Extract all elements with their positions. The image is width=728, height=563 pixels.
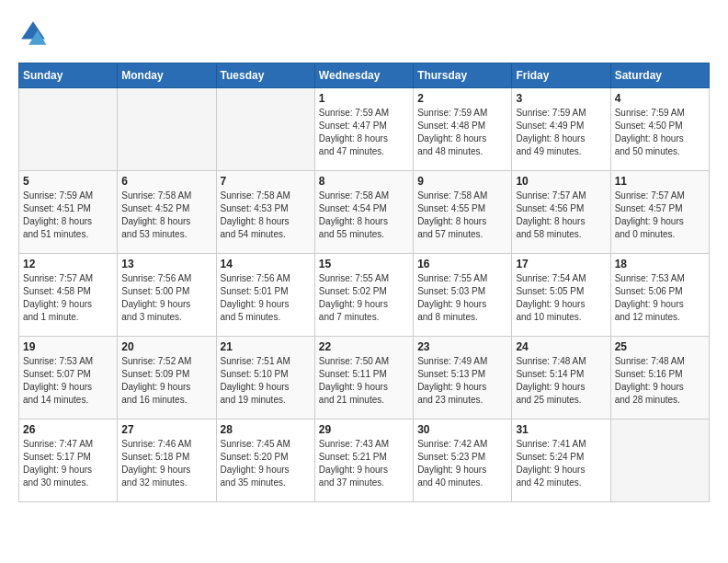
day-number: 28 [221,423,311,436]
calendar-cell: 10Sunrise: 7:57 AM Sunset: 4:56 PM Dayli… [512,171,610,254]
calendar-week-row: 1Sunrise: 7:59 AM Sunset: 4:47 PM Daylig… [19,88,710,171]
day-number: 22 [319,340,409,353]
day-number: 1 [319,92,409,105]
day-info: Sunrise: 7:48 AM Sunset: 5:16 PM Dayligh… [615,355,705,407]
day-number: 8 [319,175,409,188]
day-info: Sunrise: 7:45 AM Sunset: 5:20 PM Dayligh… [221,438,311,489]
weekday-header-thursday: Thursday [414,63,512,88]
calendar-cell: 12Sunrise: 7:57 AM Sunset: 4:58 PM Dayli… [19,254,118,337]
svg-marker-0 [21,21,45,39]
calendar-cell: 9Sunrise: 7:58 AM Sunset: 4:55 PM Daylig… [414,171,512,254]
calendar-cell: 17Sunrise: 7:54 AM Sunset: 5:05 PM Dayli… [512,254,610,337]
calendar-cell [216,88,314,171]
weekday-header-monday: Monday [118,63,216,88]
calendar-cell: 1Sunrise: 7:59 AM Sunset: 4:47 PM Daylig… [314,88,413,171]
day-number: 17 [516,258,606,270]
day-number: 4 [615,92,705,105]
weekday-header-tuesday: Tuesday [216,63,314,88]
day-number: 3 [516,92,606,105]
day-info: Sunrise: 7:56 AM Sunset: 5:01 PM Dayligh… [221,272,311,324]
day-info: Sunrise: 7:59 AM Sunset: 4:48 PM Dayligh… [417,107,507,158]
day-number: 25 [615,340,705,353]
day-number: 13 [121,258,211,270]
day-info: Sunrise: 7:58 AM Sunset: 4:53 PM Dayligh… [221,190,311,241]
calendar-cell: 28Sunrise: 7:45 AM Sunset: 5:20 PM Dayli… [216,419,314,502]
day-info: Sunrise: 7:57 AM Sunset: 4:57 PM Dayligh… [615,190,705,241]
logo-icon [18,18,48,48]
calendar-cell: 20Sunrise: 7:52 AM Sunset: 5:09 PM Dayli… [118,337,216,419]
day-info: Sunrise: 7:55 AM Sunset: 5:02 PM Dayligh… [319,272,409,324]
day-info: Sunrise: 7:55 AM Sunset: 5:03 PM Dayligh… [417,272,507,324]
day-number: 24 [516,340,606,353]
day-number: 19 [23,340,113,353]
calendar-cell: 5Sunrise: 7:59 AM Sunset: 4:51 PM Daylig… [19,171,118,254]
calendar-cell [19,88,118,171]
calendar-cell: 31Sunrise: 7:41 AM Sunset: 5:24 PM Dayli… [512,419,610,502]
day-info: Sunrise: 7:42 AM Sunset: 5:23 PM Dayligh… [417,438,507,489]
day-number: 23 [417,340,507,353]
day-info: Sunrise: 7:59 AM Sunset: 4:47 PM Dayligh… [319,107,409,158]
day-number: 11 [615,175,705,188]
day-number: 30 [417,423,507,436]
day-info: Sunrise: 7:46 AM Sunset: 5:18 PM Dayligh… [121,438,211,489]
day-number: 15 [319,258,409,270]
calendar-cell: 15Sunrise: 7:55 AM Sunset: 5:02 PM Dayli… [314,254,413,337]
day-info: Sunrise: 7:59 AM Sunset: 4:50 PM Dayligh… [615,107,705,158]
weekday-header-sunday: Sunday [19,63,118,88]
calendar-cell: 4Sunrise: 7:59 AM Sunset: 4:50 PM Daylig… [610,88,709,171]
day-number: 31 [516,423,606,436]
day-info: Sunrise: 7:58 AM Sunset: 4:55 PM Dayligh… [417,190,507,241]
calendar-cell: 27Sunrise: 7:46 AM Sunset: 5:18 PM Dayli… [118,419,216,502]
calendar-cell: 19Sunrise: 7:53 AM Sunset: 5:07 PM Dayli… [19,337,118,419]
day-info: Sunrise: 7:53 AM Sunset: 5:07 PM Dayligh… [23,355,113,407]
day-number: 7 [221,175,311,188]
weekday-header-saturday: Saturday [610,63,709,88]
logo [18,18,53,48]
day-number: 20 [121,340,211,353]
day-info: Sunrise: 7:53 AM Sunset: 5:06 PM Dayligh… [615,272,705,324]
day-info: Sunrise: 7:57 AM Sunset: 4:56 PM Dayligh… [516,190,606,241]
calendar-cell: 14Sunrise: 7:56 AM Sunset: 5:01 PM Dayli… [216,254,314,337]
calendar-cell: 25Sunrise: 7:48 AM Sunset: 5:16 PM Dayli… [610,337,709,419]
day-number: 27 [121,423,211,436]
day-number: 18 [615,258,705,270]
calendar-week-row: 26Sunrise: 7:47 AM Sunset: 5:17 PM Dayli… [19,419,710,502]
calendar-cell: 7Sunrise: 7:58 AM Sunset: 4:53 PM Daylig… [216,171,314,254]
weekday-header-row: SundayMondayTuesdayWednesdayThursdayFrid… [19,63,710,88]
header [18,18,710,48]
day-info: Sunrise: 7:58 AM Sunset: 4:52 PM Dayligh… [121,190,211,241]
day-number: 14 [221,258,311,270]
day-info: Sunrise: 7:50 AM Sunset: 5:11 PM Dayligh… [319,355,409,407]
day-number: 2 [417,92,507,105]
day-info: Sunrise: 7:47 AM Sunset: 5:17 PM Dayligh… [23,438,113,489]
calendar-week-row: 5Sunrise: 7:59 AM Sunset: 4:51 PM Daylig… [19,171,710,254]
calendar-cell: 22Sunrise: 7:50 AM Sunset: 5:11 PM Dayli… [314,337,413,419]
day-info: Sunrise: 7:49 AM Sunset: 5:13 PM Dayligh… [417,355,507,407]
day-info: Sunrise: 7:41 AM Sunset: 5:24 PM Dayligh… [516,438,606,489]
day-number: 5 [23,175,113,188]
day-info: Sunrise: 7:51 AM Sunset: 5:10 PM Dayligh… [221,355,311,407]
weekday-header-wednesday: Wednesday [314,63,413,88]
calendar-cell: 18Sunrise: 7:53 AM Sunset: 5:06 PM Dayli… [610,254,709,337]
calendar-cell: 16Sunrise: 7:55 AM Sunset: 5:03 PM Dayli… [414,254,512,337]
day-number: 9 [417,175,507,188]
calendar-cell: 26Sunrise: 7:47 AM Sunset: 5:17 PM Dayli… [19,419,118,502]
calendar-cell: 30Sunrise: 7:42 AM Sunset: 5:23 PM Dayli… [414,419,512,502]
day-info: Sunrise: 7:56 AM Sunset: 5:00 PM Dayligh… [121,272,211,324]
calendar-cell: 29Sunrise: 7:43 AM Sunset: 5:21 PM Dayli… [314,419,413,502]
day-info: Sunrise: 7:43 AM Sunset: 5:21 PM Dayligh… [319,438,409,489]
day-info: Sunrise: 7:59 AM Sunset: 4:49 PM Dayligh… [516,107,606,158]
calendar-cell [610,419,709,502]
calendar-cell: 8Sunrise: 7:58 AM Sunset: 4:54 PM Daylig… [314,171,413,254]
day-number: 6 [121,175,211,188]
calendar-cell: 13Sunrise: 7:56 AM Sunset: 5:00 PM Dayli… [118,254,216,337]
day-number: 10 [516,175,606,188]
day-info: Sunrise: 7:54 AM Sunset: 5:05 PM Dayligh… [516,272,606,324]
calendar-cell [118,88,216,171]
calendar-week-row: 12Sunrise: 7:57 AM Sunset: 4:58 PM Dayli… [19,254,710,337]
calendar-cell: 21Sunrise: 7:51 AM Sunset: 5:10 PM Dayli… [216,337,314,419]
day-number: 29 [319,423,409,436]
calendar-cell: 23Sunrise: 7:49 AM Sunset: 5:13 PM Dayli… [414,337,512,419]
day-info: Sunrise: 7:58 AM Sunset: 4:54 PM Dayligh… [319,190,409,241]
calendar-cell: 6Sunrise: 7:58 AM Sunset: 4:52 PM Daylig… [118,171,216,254]
